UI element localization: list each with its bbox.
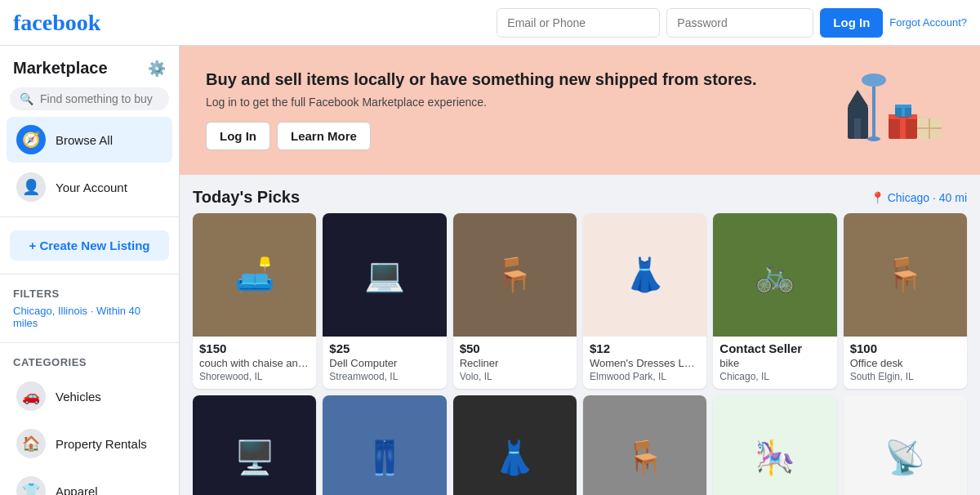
product-info: $150 couch with chaise and sleeper pull … (193, 337, 316, 389)
header-right: Log In Forgot Account? (497, 8, 967, 38)
apparel-icon: 👕 (16, 476, 46, 495)
divider-2 (0, 274, 179, 274)
product-image: 🛋️ (193, 213, 316, 337)
product-card[interactable]: 🪑 $30 Tilting adjustable table with whee… (583, 395, 706, 495)
product-card[interactable]: 👗 $12 Women's Dresses Large Elmwood Park… (583, 213, 706, 389)
product-info: $25 Dell Computer Streamwood, IL (323, 337, 446, 389)
product-card[interactable]: 🖥️ $1,400 GeForce RTX 3090 RTX 3070 RTX … (193, 395, 316, 495)
product-card[interactable]: 🛋️ $150 couch with chaise and sleeper pu… (193, 213, 316, 389)
divider-3 (0, 342, 179, 343)
divider-1 (0, 216, 179, 217)
product-name: Dell Computer (329, 357, 439, 369)
email-input[interactable] (497, 8, 660, 38)
product-card[interactable]: 👖 $15 Men's jeans clean out ... (323, 395, 446, 495)
vehicles-label: Vehicles (56, 390, 101, 404)
svg-marker-15 (848, 90, 868, 106)
product-name: Women's Dresses Large (590, 357, 700, 369)
section-header: Today's Picks 📍 Chicago · 40 mi (180, 175, 980, 213)
sidebar-item-property-rentals[interactable]: 🏠 Property Rentals (7, 421, 172, 466)
your-account-label: Your Account (56, 181, 127, 194)
product-image: 🎠 (713, 395, 836, 495)
sidebar-item-your-account[interactable]: 👤 Your Account (7, 164, 172, 210)
product-image: 🪑 (583, 395, 706, 495)
product-info: $12 Women's Dresses Large Elmwood Park, … (583, 337, 706, 389)
banner-learn-more-button[interactable]: Learn More (277, 122, 371, 150)
sidebar-item-vehicles[interactable]: 🚗 Vehicles (7, 373, 172, 419)
gear-icon[interactable]: ⚙️ (148, 60, 166, 78)
product-info: $50 Recliner Volo, IL (453, 337, 577, 389)
forgot-account-link[interactable]: Forgot Account? (889, 16, 967, 29)
product-image: 👗 (453, 395, 577, 495)
password-input[interactable] (666, 8, 813, 38)
banner-text: Buy and sell items locally or have somet… (206, 70, 757, 150)
product-info: $100 Office desk South Elgin, IL (844, 337, 967, 389)
product-card[interactable]: 🪑 $50 Recliner Volo, IL (453, 213, 577, 389)
browse-all-label: Browse All (56, 133, 113, 147)
product-card[interactable]: 🚲 Contact Seller bike Chicago, IL (713, 213, 836, 389)
product-name: bike (719, 357, 830, 369)
product-card[interactable]: 💻 $25 Dell Computer Streamwood, IL (323, 213, 446, 389)
product-price: Contact Seller (719, 341, 830, 355)
product-image: 🚲 (713, 213, 836, 337)
banner-heading: Buy and sell items locally or have somet… (206, 70, 757, 89)
product-price: $12 (590, 341, 700, 355)
banner-illustration (807, 65, 954, 155)
product-location: Chicago, IL (719, 371, 830, 382)
product-card[interactable]: 📡 $100 Arris Surfboard SBG6700-ac Modem:… (844, 395, 967, 495)
location-selector[interactable]: 📍 Chicago · 40 mi (871, 191, 967, 204)
svg-rect-10 (902, 105, 905, 117)
categories-label: Categories (0, 350, 179, 372)
product-image: 🖥️ (193, 395, 316, 495)
location-pin-icon: 📍 (871, 191, 884, 204)
sidebar-title: Marketplace ⚙️ (0, 52, 179, 81)
promo-banner: Buy and sell items locally or have somet… (180, 46, 980, 175)
product-image: 👖 (323, 395, 446, 495)
property-rentals-icon: 🏠 (16, 429, 46, 458)
facebook-logo[interactable]: facebook (13, 10, 100, 36)
browse-all-icon: 🧭 (16, 125, 46, 154)
product-info: Contact Seller bike Chicago, IL (713, 337, 836, 389)
header-left: facebook (13, 10, 100, 36)
product-name: Office desk (850, 357, 960, 369)
search-box: 🔍 (10, 87, 169, 110)
svg-rect-0 (872, 82, 875, 139)
property-rentals-label: Property Rentals (56, 437, 147, 451)
apparel-label: Apparel (56, 484, 98, 496)
section-title: Today's Picks (193, 188, 300, 207)
product-location: Shorewood, IL (199, 371, 310, 382)
product-location: Elmwood Park, IL (590, 371, 700, 382)
product-card[interactable]: 🎠 $40 Super Play Yard ... (713, 395, 836, 495)
product-card[interactable]: 🪑 $100 Office desk South Elgin, IL (844, 213, 967, 389)
layout: Marketplace ⚙️ 🔍 🧭 Browse All 👤 Your Acc… (0, 46, 980, 495)
sidebar: Marketplace ⚙️ 🔍 🧭 Browse All 👤 Your Acc… (0, 46, 180, 495)
marketplace-title: Marketplace (13, 59, 108, 78)
search-input[interactable] (40, 92, 159, 105)
product-price: $50 (460, 341, 570, 355)
svg-rect-5 (900, 114, 906, 139)
banner-subtext: Log in to get the full Facebook Marketpl… (206, 96, 757, 109)
product-location: South Elgin, IL (850, 371, 960, 382)
vehicles-icon: 🚗 (16, 381, 46, 411)
sidebar-item-apparel[interactable]: 👕 Apparel (7, 468, 172, 495)
main-content: Buy and sell items locally or have somet… (180, 46, 980, 495)
product-card[interactable]: 👗 $40 Beautiful Metisu Black Embroidered… (453, 395, 577, 495)
product-image: 💻 (323, 213, 446, 337)
product-image: 👗 (583, 213, 706, 337)
product-grid: 🛋️ $150 couch with chaise and sleeper pu… (180, 213, 980, 495)
product-location: Volo, IL (460, 371, 570, 382)
header: facebook Log In Forgot Account? (0, 0, 980, 46)
your-account-icon: 👤 (16, 172, 46, 202)
banner-buttons: Log In Learn More (206, 122, 757, 150)
filter-location: Chicago, Illinois · Within 40 miles (0, 303, 179, 336)
svg-rect-16 (854, 118, 861, 139)
product-name: couch with chaise and sleeper pull out (199, 357, 310, 369)
location-text: Chicago · 40 mi (888, 191, 967, 204)
create-listing-button[interactable]: + Create New Listing (10, 230, 169, 261)
product-location: Streamwood, IL (329, 371, 439, 382)
product-image: 🪑 (453, 213, 577, 337)
filters-label: Filters (0, 281, 179, 303)
banner-login-button[interactable]: Log In (206, 122, 270, 150)
login-button[interactable]: Log In (820, 8, 883, 38)
sidebar-item-browse-all[interactable]: 🧭 Browse All (7, 117, 172, 163)
product-price: $150 (199, 341, 310, 355)
